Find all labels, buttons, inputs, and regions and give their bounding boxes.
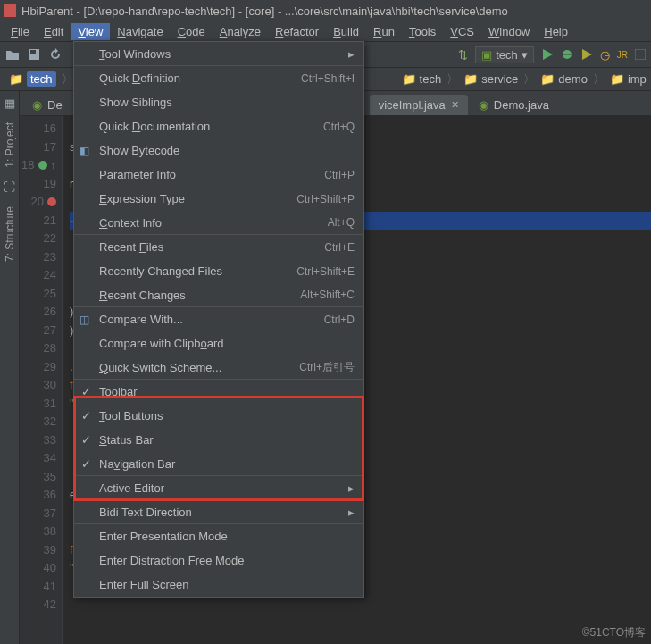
line-number: 32 [20, 413, 56, 431]
line-number: 21 [20, 212, 56, 230]
crumb[interactable]: 📁tech [5, 71, 60, 87]
menu-item-recent-files[interactable]: Recent FilesCtrl+E [74, 235, 363, 259]
menu-item-context-info[interactable]: Context InfoAlt+Q [74, 211, 363, 235]
crumb[interactable]: 📁tech [398, 72, 446, 86]
menu-item-tool-buttons[interactable]: ✓Tool Buttons [74, 404, 363, 428]
debug-icon[interactable] [561, 48, 573, 61]
menu-item-label: Enter Presentation Mode [99, 530, 355, 543]
menu-item-status-bar[interactable]: ✓Status Bar [74, 428, 363, 452]
menu-vcs[interactable]: VCS [443, 23, 481, 40]
hierarchy-icon[interactable]: ⇅ [458, 48, 468, 62]
line-number: 24 [20, 266, 56, 285]
menu-file[interactable]: File [4, 23, 37, 40]
menu-item-show-bytecode[interactable]: ◧Show Bytecode [74, 138, 363, 163]
menu-refactor[interactable]: Refactor [268, 23, 326, 40]
menu-item-tool-windows[interactable]: Tool Windows▸ [74, 42, 363, 66]
menu-item-enter-presentation-mode[interactable]: Enter Presentation Mode [74, 524, 363, 548]
menu-item-bidi-text-direction[interactable]: Bidi Text Direction▸ [74, 500, 363, 524]
menu-item-recent-changes[interactable]: Recent ChangesAlt+Shift+C [74, 283, 363, 307]
structure-tool-label[interactable]: 7: Structure [4, 206, 16, 262]
line-number: 19 [20, 175, 56, 194]
menu-item-expression-type[interactable]: Expression TypeCtrl+Shift+P [74, 187, 363, 211]
menu-item-label: Recent Changes [99, 289, 300, 302]
crumb[interactable]: 📁imp [606, 72, 650, 86]
menu-item-enter-full-screen[interactable]: Enter Full Screen [74, 573, 363, 597]
check-icon: ✓ [81, 409, 91, 422]
editor-tab[interactable]: ◉Demo.java [470, 95, 558, 115]
watermark: ©51CTO博客 [582, 625, 646, 640]
line-number: 25 [20, 285, 56, 304]
menu-item-quick-documentation[interactable]: Quick DocumentationCtrl+Q [74, 114, 363, 138]
menu-item-label: Enter Full Screen [99, 578, 355, 591]
menu-item-quick-switch-scheme-[interactable]: Quick Switch Scheme...Ctrl+后引号 [74, 355, 363, 380]
title-app: HbiParent [21, 4, 73, 18]
menu-item-label: Recently Changed Files [99, 264, 296, 278]
menu-run[interactable]: Run [366, 23, 402, 40]
menu-item-label: Status Bar [99, 433, 355, 447]
title-file: ...\core\src\main\java\hbi\tech\service\… [285, 4, 508, 18]
menu-item-navigation-bar[interactable]: ✓Navigation Bar [74, 452, 363, 476]
menu-edit[interactable]: Edit [37, 23, 71, 40]
menu-item-compare-with-clipboard[interactable]: Compare with Clipboard [74, 331, 363, 355]
refresh-icon[interactable] [48, 47, 63, 62]
shortcut: Ctrl+Shift+E [296, 265, 355, 278]
menu-item-label: Recent Files [99, 240, 324, 254]
line-number: 34 [20, 449, 56, 468]
module-icon: ▣ [481, 48, 492, 62]
project-tool-label[interactable]: 1: Project [4, 122, 16, 168]
stop-icon[interactable] [635, 49, 646, 60]
crumb[interactable]: 📁service [460, 72, 522, 86]
menu-item-active-editor[interactable]: Active Editor▸ [74, 476, 363, 500]
editor-tab[interactable]: viceImpl.java✕ [370, 95, 468, 115]
menu-item-show-siblings[interactable]: Show Siblings [74, 90, 363, 114]
menu-item-enter-distraction-free-mode[interactable]: Enter Distraction Free Mode [74, 548, 363, 573]
editor-tab[interactable]: ◉De [23, 95, 71, 115]
menu-item-parameter-info[interactable]: Parameter InfoCtrl+P [74, 163, 363, 187]
line-number: 20 [20, 193, 56, 212]
line-number: 33 [20, 431, 56, 450]
open-icon[interactable] [5, 47, 20, 62]
menu-code[interactable]: Code [171, 23, 213, 40]
menu-item-recently-changed-files[interactable]: Recently Changed FilesCtrl+Shift+E [74, 259, 363, 283]
view-menu-dropdown: Tool Windows▸Quick DefinitionCtrl+Shift+… [73, 41, 364, 598]
submenu-arrow-icon: ▸ [348, 506, 355, 519]
structure-tool-icon[interactable]: ⛶ [4, 180, 15, 194]
menu-window[interactable]: Window [481, 23, 537, 40]
menu-item-toolbar[interactable]: ✓Toolbar [74, 380, 363, 404]
menu-item-label: Compare with Clipboard [99, 337, 355, 350]
line-number: 38 [20, 523, 56, 541]
menu-tools[interactable]: Tools [402, 23, 443, 40]
menu-item-compare-with-[interactable]: ◫Compare With...Ctrl+D [74, 307, 363, 331]
menu-item-label: Parameter Info [99, 168, 324, 181]
menu-item-label: Show Siblings [99, 96, 355, 109]
line-number: 35 [20, 468, 56, 487]
jrebel-icon[interactable]: JR [617, 50, 628, 60]
menu-navigate[interactable]: Navigate [110, 23, 170, 40]
tool-window-strip: ▦ 1: Project ⛶ 7: Structure [0, 91, 20, 644]
close-icon[interactable]: ✕ [451, 99, 459, 111]
menu-bar: FileEditViewNavigateCodeAnalyzeRefactorB… [0, 21, 651, 41]
project-tool-icon[interactable]: ▦ [4, 96, 15, 110]
menu-analyze[interactable]: Analyze [213, 23, 268, 40]
shortcut: Ctrl+后引号 [299, 360, 355, 375]
profile-icon[interactable]: ◷ [600, 48, 610, 62]
line-number: 42 [20, 596, 56, 615]
line-number: 29 [20, 358, 56, 377]
line-number: 30 [20, 376, 56, 395]
menu-item-label: Quick Documentation [99, 120, 323, 133]
shortcut: Ctrl+Shift+P [296, 193, 355, 205]
check-icon: ✓ [81, 433, 91, 447]
line-number: 27 [20, 322, 56, 340]
save-icon[interactable] [27, 47, 41, 62]
line-number: 39 [20, 541, 56, 560]
menu-build[interactable]: Build [326, 23, 366, 40]
menu-view[interactable]: View [71, 23, 110, 40]
shortcut: Ctrl+Q [323, 121, 355, 133]
menu-item-quick-definition[interactable]: Quick DefinitionCtrl+Shift+I [74, 66, 363, 90]
menu-help[interactable]: Help [537, 23, 575, 40]
crumb[interactable]: 📁demo [537, 72, 591, 86]
run-icon[interactable] [541, 48, 554, 61]
coverage-icon[interactable] [580, 48, 593, 61]
line-number: 23 [20, 248, 56, 267]
run-config-selector[interactable]: ▣ tech ▾ [475, 46, 534, 63]
